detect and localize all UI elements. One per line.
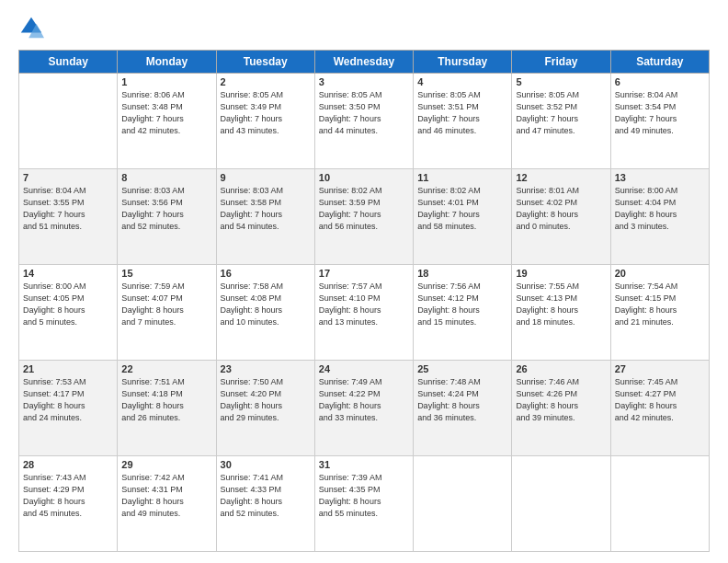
day-cell: 21Sunrise: 7:53 AM Sunset: 4:17 PM Dayli… [19,361,118,456]
day-cell [19,74,118,169]
day-number: 20 [615,268,705,279]
day-info: Sunrise: 8:04 AM Sunset: 3:55 PM Dayligh… [23,185,113,233]
day-cell: 13Sunrise: 8:00 AM Sunset: 4:04 PM Dayli… [610,169,709,265]
day-info: Sunrise: 7:48 AM Sunset: 4:24 PM Dayligh… [417,376,507,424]
col-header-thursday: Thursday [414,51,512,74]
day-number: 2 [221,76,311,87]
day-info: Sunrise: 7:54 AM Sunset: 4:15 PM Dayligh… [615,281,705,328]
day-cell: 22Sunrise: 7:51 AM Sunset: 4:18 PM Dayli… [118,361,216,456]
day-number: 21 [23,363,113,374]
week-row-1: 1Sunrise: 8:06 AM Sunset: 3:48 PM Daylig… [19,74,710,169]
day-number: 7 [23,172,113,183]
day-info: Sunrise: 7:46 AM Sunset: 4:26 PM Dayligh… [516,376,606,424]
week-row-2: 7Sunrise: 8:04 AM Sunset: 3:55 PM Daylig… [19,169,710,265]
day-info: Sunrise: 7:56 AM Sunset: 4:12 PM Dayligh… [417,281,507,328]
day-number: 10 [319,172,409,183]
calendar-header-row: SundayMondayTuesdayWednesdayThursdayFrid… [19,51,710,74]
day-cell: 23Sunrise: 7:50 AM Sunset: 4:20 PM Dayli… [216,361,314,456]
day-cell: 8Sunrise: 8:03 AM Sunset: 3:56 PM Daylig… [118,169,216,265]
week-row-3: 14Sunrise: 8:00 AM Sunset: 4:05 PM Dayli… [19,265,710,361]
day-number: 13 [615,172,705,183]
day-info: Sunrise: 8:04 AM Sunset: 3:54 PM Dayligh… [615,89,705,137]
day-info: Sunrise: 7:53 AM Sunset: 4:17 PM Dayligh… [23,376,113,424]
day-number: 4 [417,76,507,87]
day-info: Sunrise: 8:02 AM Sunset: 3:59 PM Dayligh… [319,185,409,233]
week-row-5: 28Sunrise: 7:43 AM Sunset: 4:29 PM Dayli… [19,456,710,552]
day-number: 23 [221,363,311,374]
day-number: 27 [615,363,705,374]
col-header-wednesday: Wednesday [314,51,413,74]
day-cell [512,456,610,552]
day-cell: 14Sunrise: 8:00 AM Sunset: 4:05 PM Dayli… [19,265,118,361]
day-info: Sunrise: 7:43 AM Sunset: 4:29 PM Dayligh… [23,472,113,520]
day-cell: 3Sunrise: 8:05 AM Sunset: 3:50 PM Daylig… [314,74,413,169]
day-info: Sunrise: 7:45 AM Sunset: 4:27 PM Dayligh… [615,376,705,424]
day-info: Sunrise: 8:00 AM Sunset: 4:05 PM Dayligh… [23,281,113,328]
col-header-tuesday: Tuesday [216,51,314,74]
day-cell: 2Sunrise: 8:05 AM Sunset: 3:49 PM Daylig… [216,74,314,169]
day-number: 17 [319,268,409,279]
day-info: Sunrise: 8:05 AM Sunset: 3:52 PM Dayligh… [516,89,606,137]
day-cell: 25Sunrise: 7:48 AM Sunset: 4:24 PM Dayli… [414,361,512,456]
day-number: 6 [615,76,705,87]
day-info: Sunrise: 8:03 AM Sunset: 3:56 PM Dayligh… [121,185,211,233]
logo-icon [18,15,44,40]
day-cell [414,456,512,552]
day-cell: 9Sunrise: 8:03 AM Sunset: 3:58 PM Daylig… [216,169,314,265]
day-number: 1 [121,76,211,87]
day-cell: 20Sunrise: 7:54 AM Sunset: 4:15 PM Dayli… [610,265,709,361]
day-number: 29 [121,459,211,470]
day-cell: 10Sunrise: 8:02 AM Sunset: 3:59 PM Dayli… [314,169,413,265]
day-info: Sunrise: 8:05 AM Sunset: 3:51 PM Dayligh… [417,89,507,137]
day-info: Sunrise: 7:57 AM Sunset: 4:10 PM Dayligh… [319,281,409,328]
day-cell: 30Sunrise: 7:41 AM Sunset: 4:33 PM Dayli… [216,456,314,552]
day-info: Sunrise: 7:41 AM Sunset: 4:33 PM Dayligh… [221,472,311,520]
day-number: 14 [23,268,113,279]
day-info: Sunrise: 7:49 AM Sunset: 4:22 PM Dayligh… [319,376,409,424]
day-cell: 15Sunrise: 7:59 AM Sunset: 4:07 PM Dayli… [118,265,216,361]
day-cell: 7Sunrise: 8:04 AM Sunset: 3:55 PM Daylig… [19,169,118,265]
header [18,15,710,40]
col-header-sunday: Sunday [19,51,118,74]
day-info: Sunrise: 7:42 AM Sunset: 4:31 PM Dayligh… [121,472,211,520]
day-cell: 4Sunrise: 8:05 AM Sunset: 3:51 PM Daylig… [414,74,512,169]
day-number: 12 [516,172,606,183]
day-info: Sunrise: 8:01 AM Sunset: 4:02 PM Dayligh… [516,185,606,233]
day-number: 16 [221,268,311,279]
day-number: 28 [23,459,113,470]
day-info: Sunrise: 7:50 AM Sunset: 4:20 PM Dayligh… [221,376,311,424]
day-number: 18 [417,268,507,279]
day-info: Sunrise: 8:05 AM Sunset: 3:49 PM Dayligh… [221,89,311,137]
day-cell [610,456,709,552]
day-info: Sunrise: 7:39 AM Sunset: 4:35 PM Dayligh… [319,472,409,520]
day-number: 31 [319,459,409,470]
day-number: 9 [221,172,311,183]
day-cell: 11Sunrise: 8:02 AM Sunset: 4:01 PM Dayli… [414,169,512,265]
day-cell: 16Sunrise: 7:58 AM Sunset: 4:08 PM Dayli… [216,265,314,361]
day-cell: 1Sunrise: 8:06 AM Sunset: 3:48 PM Daylig… [118,74,216,169]
day-cell: 6Sunrise: 8:04 AM Sunset: 3:54 PM Daylig… [610,74,709,169]
day-info: Sunrise: 8:05 AM Sunset: 3:50 PM Dayligh… [319,89,409,137]
day-number: 15 [121,268,211,279]
day-info: Sunrise: 8:00 AM Sunset: 4:04 PM Dayligh… [615,185,705,233]
page: SundayMondayTuesdayWednesdayThursdayFrid… [0,0,728,563]
day-info: Sunrise: 8:03 AM Sunset: 3:58 PM Dayligh… [221,185,311,233]
day-number: 3 [319,76,409,87]
col-header-friday: Friday [512,51,610,74]
day-cell: 5Sunrise: 8:05 AM Sunset: 3:52 PM Daylig… [512,74,610,169]
day-info: Sunrise: 7:55 AM Sunset: 4:13 PM Dayligh… [516,281,606,328]
day-cell: 31Sunrise: 7:39 AM Sunset: 4:35 PM Dayli… [314,456,413,552]
day-info: Sunrise: 7:59 AM Sunset: 4:07 PM Dayligh… [121,281,211,328]
calendar-table: SundayMondayTuesdayWednesdayThursdayFrid… [18,50,710,552]
day-number: 8 [121,172,211,183]
day-cell: 29Sunrise: 7:42 AM Sunset: 4:31 PM Dayli… [118,456,216,552]
day-number: 22 [121,363,211,374]
day-cell: 26Sunrise: 7:46 AM Sunset: 4:26 PM Dayli… [512,361,610,456]
col-header-monday: Monday [118,51,216,74]
logo [18,15,48,40]
day-number: 26 [516,363,606,374]
day-cell: 24Sunrise: 7:49 AM Sunset: 4:22 PM Dayli… [314,361,413,456]
day-info: Sunrise: 8:02 AM Sunset: 4:01 PM Dayligh… [417,185,507,233]
day-cell: 18Sunrise: 7:56 AM Sunset: 4:12 PM Dayli… [414,265,512,361]
day-cell: 12Sunrise: 8:01 AM Sunset: 4:02 PM Dayli… [512,169,610,265]
